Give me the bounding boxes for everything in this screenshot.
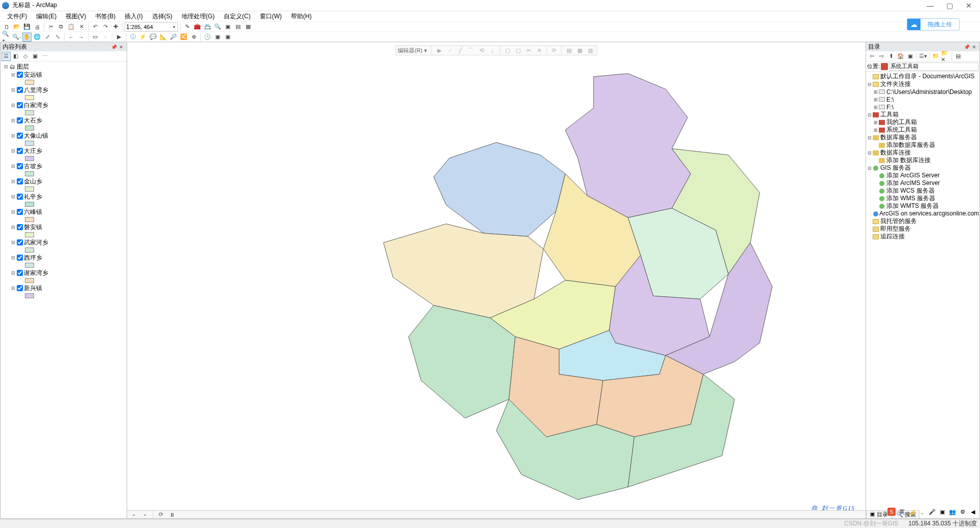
- refresh-icon[interactable]: ⟳: [156, 510, 165, 519]
- menu-9[interactable]: 帮助(H): [287, 12, 316, 21]
- close-panel-icon[interactable]: ✕: [970, 44, 977, 50]
- find-route-icon[interactable]: 🔀: [179, 33, 188, 42]
- catalog-item[interactable]: ⊞E:\: [873, 96, 978, 103]
- cut-icon[interactable]: ✂: [46, 22, 55, 32]
- collapse-icon[interactable]: ⊟: [4, 64, 9, 69]
- mic-icon[interactable]: 🎤: [928, 508, 936, 516]
- pin-icon[interactable]: 📌: [963, 44, 970, 50]
- layer-node[interactable]: ⊟西坪乡: [11, 254, 126, 262]
- home-icon[interactable]: 🏠: [896, 52, 905, 61]
- catalog-item[interactable]: 我托管的服务: [867, 218, 978, 225]
- collapse-icon[interactable]: ⊟: [11, 270, 16, 275]
- identify-icon[interactable]: ⓘ: [128, 33, 137, 42]
- layer-checkbox[interactable]: [17, 255, 23, 261]
- layer-checkbox[interactable]: [17, 285, 23, 291]
- open-icon[interactable]: 📂: [12, 22, 21, 32]
- catalog-item[interactable]: 添加 WMTS 服务器: [873, 202, 978, 210]
- layer-checkbox[interactable]: [17, 133, 23, 139]
- layer-node[interactable]: ⊟金山乡: [11, 177, 126, 185]
- catalog-item[interactable]: 添加数据库服务器: [873, 141, 978, 149]
- catalog-item[interactable]: ⊟GIS 服务器: [867, 164, 978, 172]
- catalog-item[interactable]: ⊟文件夹连接: [867, 80, 978, 88]
- layer-checkbox[interactable]: [17, 102, 23, 108]
- zoom-in-icon[interactable]: 🔍+: [2, 33, 11, 42]
- collapse-icon[interactable]: ⊟: [11, 118, 16, 123]
- collapse-icon[interactable]: ⊟: [11, 194, 16, 199]
- expand-icon[interactable]: ⊟: [867, 135, 872, 140]
- toc-tree[interactable]: ⊟ 🗂 图层 ⊟安远镇⊟八里湾乡⊟白家湾乡⊟大石乡⊟大像山镇⊟大庄乡⊟古坡乡⊟金…: [1, 61, 127, 518]
- expand-icon[interactable]: ⊟: [867, 166, 872, 171]
- catalog-item[interactable]: ⊟工具箱: [867, 111, 978, 118]
- dropdown-icon[interactable]: ▾: [172, 24, 176, 29]
- map-view[interactable]: 编辑器(R) ▾ ▶ ⟋ ╱ ⌒ ⟲ ⟂ ▢ ▢ ✂ ✕ ⟳ ▤ ▦ ▥ @ 刘…: [127, 42, 866, 519]
- layer-node[interactable]: ⊟新兴镇: [11, 284, 126, 292]
- go-to-xy-icon[interactable]: ⊕: [189, 33, 198, 42]
- catalog-item[interactable]: ⊟数据库服务器: [867, 134, 978, 141]
- layer-checkbox[interactable]: [17, 72, 23, 78]
- copy-icon[interactable]: ⧉: [56, 22, 66, 32]
- collapse-icon[interactable]: ⊟: [11, 133, 16, 138]
- moon-icon[interactable]: 🌙: [908, 508, 916, 516]
- layer-node[interactable]: ⊟磐安镇: [11, 223, 126, 231]
- catalog-item[interactable]: ⊞我的工具箱: [873, 118, 978, 126]
- close-button[interactable]: ✕: [964, 2, 974, 10]
- collapse-icon[interactable]: ⊟: [11, 179, 16, 184]
- save-icon[interactable]: 💾: [22, 22, 32, 32]
- catalog-item[interactable]: 追踪连接: [867, 233, 978, 240]
- collapse-icon[interactable]: ⊟: [11, 103, 16, 108]
- layer-node[interactable]: ⊟大石乡: [11, 116, 126, 125]
- delete-icon[interactable]: ✕: [77, 22, 86, 32]
- menu-6[interactable]: 地理处理(G): [177, 12, 219, 21]
- menu-0[interactable]: 文件(F): [3, 12, 31, 21]
- scale-input[interactable]: [131, 24, 172, 30]
- paste-icon[interactable]: 📋: [67, 22, 76, 32]
- expand-icon[interactable]: ⊞: [873, 105, 878, 110]
- find-icon[interactable]: 🔎: [169, 33, 178, 42]
- collapse-icon[interactable]: ⊟: [11, 148, 16, 153]
- panel-icon[interactable]: ▣: [938, 508, 946, 516]
- catalog-item[interactable]: 添加 ArcGIS Server: [873, 172, 978, 179]
- python-icon[interactable]: ▣: [223, 22, 232, 32]
- measure-icon[interactable]: 📐: [159, 33, 168, 42]
- table-icon[interactable]: ▦: [244, 22, 253, 32]
- layer-checkbox[interactable]: [17, 239, 23, 245]
- menu-7[interactable]: 自定义(C): [220, 12, 255, 21]
- layer-checkbox[interactable]: [17, 163, 23, 169]
- expand-icon[interactable]: ⊞: [873, 97, 878, 102]
- select-elements-icon[interactable]: ▶: [114, 33, 124, 42]
- viewer-icon[interactable]: ▣: [213, 33, 222, 42]
- forward-icon[interactable]: →: [77, 33, 86, 42]
- map-canvas[interactable]: [127, 42, 866, 518]
- layer-checkbox[interactable]: [17, 117, 23, 123]
- gear-icon[interactable]: ⚙: [959, 508, 967, 516]
- region-金山乡[interactable]: [383, 224, 543, 318]
- upload-button[interactable]: ☁ 拖拽上传: [907, 18, 960, 30]
- pause-drawing-icon[interactable]: ⏸: [167, 510, 176, 519]
- catalog-item[interactable]: ⊞C:\Users\Administrator\Desktop: [873, 88, 978, 96]
- hyperlink-icon[interactable]: ⚡: [138, 33, 147, 42]
- expand-icon[interactable]: ⊟: [867, 82, 872, 87]
- list-by-selection-icon[interactable]: ▣: [31, 52, 40, 61]
- connect-folder-icon[interactable]: 📁: [931, 52, 940, 61]
- disconnect-folder-icon[interactable]: 📁✕: [941, 52, 950, 61]
- full-extent-icon[interactable]: 🌐: [33, 33, 42, 42]
- comma-icon[interactable]: ,: [918, 508, 926, 516]
- catalog-tree[interactable]: 默认工作目录 - Documents\ArcGIS⊟文件夹连接⊞C:\Users…: [866, 72, 979, 510]
- search-icon[interactable]: 🔍: [213, 22, 222, 32]
- catalog-item[interactable]: ⊞F:\: [873, 103, 978, 111]
- ime-icon[interactable]: S: [887, 508, 896, 516]
- menu-5[interactable]: 选择(S): [148, 12, 176, 21]
- scale-combo[interactable]: 1: ▾: [125, 22, 178, 32]
- layer-node[interactable]: ⊟八里湾乡: [11, 86, 126, 94]
- menu-2[interactable]: 视图(V): [62, 12, 90, 21]
- fixed-zoom-out-icon[interactable]: ⤡: [53, 33, 62, 42]
- layer-checkbox[interactable]: [17, 270, 23, 276]
- maximize-button[interactable]: ▢: [944, 2, 955, 10]
- pan-icon[interactable]: ✋: [22, 33, 32, 42]
- fixed-zoom-in-icon[interactable]: ⤢: [43, 33, 52, 42]
- catalog-item[interactable]: 添加 WCS 服务器: [873, 187, 978, 195]
- list-by-visibility-icon[interactable]: ◇: [21, 52, 30, 61]
- layer-node[interactable]: ⊟古坡乡: [11, 162, 126, 170]
- layer-checkbox[interactable]: [17, 178, 23, 184]
- print-icon[interactable]: 🖨: [33, 22, 42, 32]
